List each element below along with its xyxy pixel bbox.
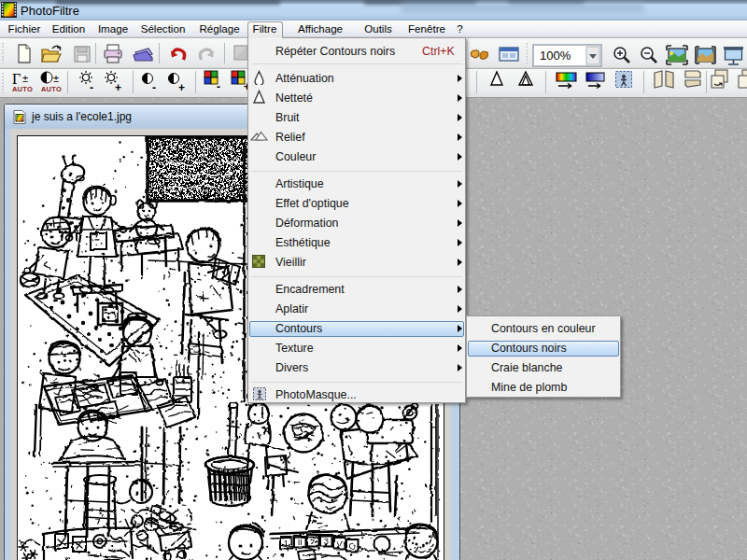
svg-text:-: - [152,81,156,94]
svg-text:±: ± [22,73,28,84]
svg-text:O: O [349,540,356,551]
svg-text:-: - [217,80,220,93]
svg-text:AUTO: AUTO [41,85,62,93]
svg-text:100%: 100% [540,49,571,63]
svg-text:+: + [115,81,121,94]
svg-text:V: V [336,539,343,549]
svg-text:±: ± [53,73,59,84]
svg-text:-: - [90,81,93,94]
svg-text:2: 2 [311,536,316,546]
svg-text:+: + [178,81,185,94]
svg-text:AUTO: AUTO [12,85,33,93]
